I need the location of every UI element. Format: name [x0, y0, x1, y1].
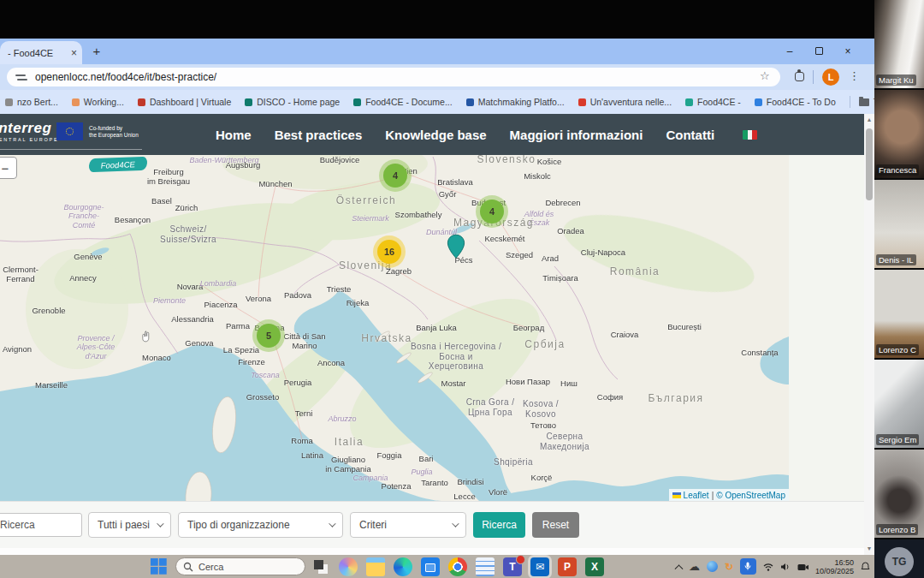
- participant-tile[interactable]: Margit Ku: [874, 0, 924, 88]
- taskbar-search[interactable]: Cerca: [175, 557, 305, 575]
- participant-tile[interactable]: Lorenzo C: [874, 270, 924, 358]
- chevron-up-icon[interactable]: [674, 564, 683, 573]
- maximize-button[interactable]: [804, 45, 833, 57]
- bookmark-label: Food4CE - To Do: [767, 97, 836, 107]
- zoom-out-button[interactable]: −: [0, 157, 17, 179]
- microphone-icon[interactable]: [740, 558, 756, 575]
- screen: - Food4CE × + – × openenlocc.net/food4ce…: [0, 0, 924, 578]
- participant-name: Francesca: [876, 164, 919, 176]
- interreg-logo[interactable]: Interreg CENTRAL EUROPE: [0, 120, 58, 142]
- nav-home[interactable]: Home: [216, 128, 252, 142]
- bookmark-star-icon[interactable]: ☆: [760, 69, 770, 82]
- bookmark-label: Matchmaking Platfo...: [478, 97, 565, 107]
- marker-cluster[interactable]: 5: [257, 324, 281, 348]
- screenshare-letterbox: [0, 0, 874, 39]
- bookmark-item[interactable]: Un'avventura nelle...: [578, 97, 672, 107]
- bookmark-item[interactable]: Food4CE - Docume...: [353, 97, 453, 107]
- taskbar-clock[interactable]: 16:50 10/09/2025: [815, 558, 854, 575]
- marker-cluster[interactable]: 4: [480, 200, 504, 223]
- bookmark-item[interactable]: Matchmaking Platfo...: [466, 97, 565, 107]
- country-select[interactable]: Tutti i paesi: [88, 512, 171, 538]
- bookmark-favicon: [353, 98, 361, 106]
- organization-type-select[interactable]: Tipo di organizzazione: [178, 512, 343, 538]
- participant-name: Lorenzo B: [876, 524, 918, 535]
- site-info-icon[interactable]: [15, 73, 27, 81]
- volume-icon[interactable]: [780, 559, 791, 575]
- camera-icon[interactable]: [797, 559, 808, 575]
- bookmark-favicon: [5, 98, 13, 106]
- language-flag-it-icon[interactable]: [743, 130, 757, 140]
- search-icon: [183, 562, 193, 572]
- hand-cursor: [139, 331, 151, 347]
- start-button-icon[interactable]: [151, 558, 167, 575]
- reset-button[interactable]: Reset: [532, 512, 579, 538]
- scroll-down-icon[interactable]: ▼: [864, 544, 874, 554]
- scroll-up-icon[interactable]: ▲: [864, 115, 874, 125]
- nav-knowledge-base[interactable]: Knowledge base: [385, 128, 486, 142]
- chrome-icon[interactable]: [448, 557, 467, 576]
- criteria-select[interactable]: Criteri: [350, 512, 466, 538]
- participant-tile[interactable]: Sergio Em: [874, 360, 924, 448]
- food4ce-badge: Food4CE: [88, 157, 148, 172]
- participant-tile[interactable]: Denis - IL: [874, 180, 924, 268]
- edge-icon[interactable]: [394, 557, 412, 576]
- nav-maggiori-informazioni[interactable]: Maggiori informazioni: [510, 128, 643, 142]
- logo-underline: [0, 149, 142, 150]
- bookmark-item[interactable]: Food4CE -: [685, 97, 741, 107]
- sync-icon[interactable]: ↻: [725, 562, 733, 572]
- bookmark-item[interactable]: Dashboard | Virtuale: [138, 97, 231, 107]
- search-button[interactable]: Ricerca: [473, 512, 525, 538]
- onedrive-cloud-icon[interactable]: ☁: [689, 561, 700, 572]
- bookmarks-divider: [850, 96, 850, 108]
- map-pin[interactable]: [447, 234, 465, 259]
- scrollbar-thumb[interactable]: [866, 128, 873, 200]
- bookmark-item[interactable]: Food4CE - To Do: [755, 97, 836, 107]
- powerpoint-icon[interactable]: [558, 557, 577, 576]
- copilot-ball-icon[interactable]: [707, 561, 718, 572]
- bookmark-label: Food4CE -: [697, 97, 741, 107]
- extensions-icon[interactable]: [795, 72, 804, 81]
- store-icon[interactable]: [421, 557, 440, 576]
- page-bottom-strip: [0, 548, 864, 555]
- browser-tab-strip: - Food4CE × + – ×: [0, 39, 874, 64]
- copilot-icon[interactable]: [339, 557, 358, 576]
- profile-avatar[interactable]: L: [822, 69, 839, 86]
- excel-icon[interactable]: [585, 557, 604, 576]
- browser-tab[interactable]: - Food4CE ×: [0, 41, 82, 64]
- bookmark-favicon: [466, 98, 474, 106]
- search-input[interactable]: Ricerca: [0, 513, 82, 537]
- osm-link[interactable]: © OpenStreetMap: [716, 491, 785, 500]
- close-window-button[interactable]: ×: [833, 45, 862, 57]
- chevron-down-icon: [329, 520, 335, 527]
- bookmark-label: nzo Bert...: [17, 97, 58, 107]
- bookmark-favicon: [755, 98, 762, 106]
- nav-contatti[interactable]: Contatti: [666, 128, 714, 142]
- bookmark-item[interactable]: DISCO - Home page: [245, 97, 340, 107]
- browser-menu-icon[interactable]: ⋮: [849, 69, 860, 82]
- bookmark-item[interactable]: nzo Bert...: [5, 97, 58, 107]
- participant-tile[interactable]: Francesca: [874, 90, 924, 178]
- notifications-icon[interactable]: [861, 559, 870, 575]
- main-nav: HomeBest practicesKnowledge baseMaggiori…: [216, 114, 714, 155]
- explorer-icon[interactable]: [366, 557, 385, 576]
- participant-tile[interactable]: Lorenzo B: [874, 450, 924, 538]
- nav-best-practices[interactable]: Best practices: [275, 128, 363, 142]
- outlook-icon[interactable]: [530, 557, 549, 576]
- wifi-icon[interactable]: [763, 559, 773, 575]
- marker-cluster[interactable]: 4: [383, 164, 407, 188]
- notepad-icon[interactable]: [476, 557, 495, 576]
- page-scrollbar[interactable]: ▲ ▼: [864, 114, 874, 555]
- close-tab-icon[interactable]: ×: [71, 47, 77, 59]
- new-tab-button[interactable]: +: [88, 44, 105, 58]
- bookmark-item[interactable]: Working...: [72, 97, 124, 107]
- bookmark-label: DISCO - Home page: [257, 97, 340, 107]
- teams-icon[interactable]: [503, 557, 522, 576]
- minimize-button[interactable]: –: [775, 45, 804, 57]
- taskview-icon[interactable]: [311, 557, 330, 576]
- leaflet-link[interactable]: Leaflet: [684, 491, 709, 500]
- bookmark-favicon: [685, 98, 693, 106]
- marker-cluster[interactable]: 16: [377, 240, 401, 264]
- leaflet-map[interactable]: Baden-WürttembergFreiburg im BreisgauBas…: [0, 155, 789, 501]
- address-bar[interactable]: openenlocc.net/food4ce/it/best-practice/: [7, 68, 780, 86]
- participant-tile[interactable]: TG: [874, 539, 924, 578]
